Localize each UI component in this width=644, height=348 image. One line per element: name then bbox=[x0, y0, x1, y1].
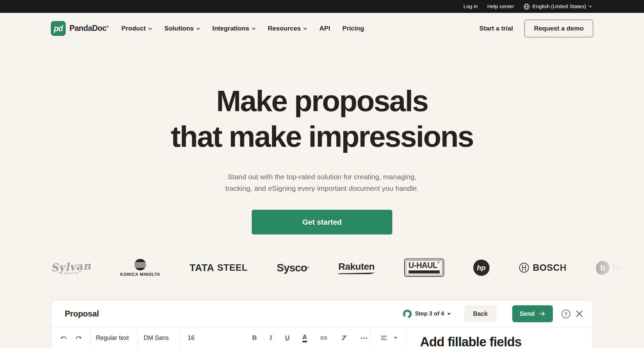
rakuten-swoosh bbox=[338, 272, 375, 274]
help-center-link[interactable]: Help center bbox=[487, 3, 514, 9]
bonusly-mark: b bbox=[595, 260, 610, 275]
redo-icon bbox=[75, 334, 82, 341]
logo-rakuten: Rakuten bbox=[338, 261, 375, 274]
underline-button[interactable]: U bbox=[283, 332, 292, 344]
close-button[interactable] bbox=[576, 310, 583, 318]
text-align-button[interactable] bbox=[378, 333, 390, 343]
nav-menu: Product Solutions Integrations Resources… bbox=[122, 25, 364, 32]
color-swatch-bar bbox=[303, 341, 307, 342]
step-indicator[interactable]: Step 3 of 4 bbox=[403, 309, 451, 319]
close-icon bbox=[576, 310, 583, 318]
nav-item-solutions[interactable]: Solutions bbox=[164, 25, 200, 32]
document-editor-card: Proposal Step 3 of 4 Back Send ? bbox=[51, 300, 593, 348]
globe-icon bbox=[523, 3, 530, 10]
help-center-label: Help center bbox=[487, 3, 514, 9]
italic-button[interactable]: I bbox=[268, 332, 274, 344]
logo-bonusly: b bonus bbox=[596, 261, 640, 274]
pandadoc-logo-icon: pd bbox=[51, 21, 66, 36]
logo-tata-steel: TATA STEEL bbox=[189, 262, 247, 273]
logo-konica-minolta: KONICA MINOLTA bbox=[120, 259, 161, 277]
hero-title: Make proposals that make impressions bbox=[0, 83, 644, 154]
undo-icon bbox=[60, 334, 67, 341]
hero-subtitle: Stand out with the top-rated solution fo… bbox=[0, 171, 644, 194]
uhaul-bar bbox=[409, 270, 440, 273]
login-label: Log in bbox=[463, 3, 478, 9]
help-button[interactable]: ? bbox=[561, 309, 571, 319]
document-title: Proposal bbox=[65, 309, 99, 319]
editor-body: Regular text DM Sans 16 B I U A bbox=[51, 328, 593, 348]
fillable-fields-panel: Add fillable fields bbox=[406, 328, 593, 348]
brand-name: PandaDoc® bbox=[69, 24, 109, 33]
chevron-down-icon bbox=[394, 336, 397, 339]
logo-hp: hp bbox=[473, 260, 490, 276]
svg-text:?: ? bbox=[564, 311, 567, 316]
nav-item-pricing[interactable]: Pricing bbox=[342, 25, 364, 32]
paragraph-style-select[interactable]: Regular text bbox=[90, 334, 138, 342]
chevron-down-icon bbox=[588, 5, 592, 8]
hero-title-line2: that make impressions bbox=[0, 119, 644, 155]
hero-section: Make proposals that make impressions Sta… bbox=[0, 83, 644, 234]
link-icon bbox=[320, 334, 328, 341]
registered-mark: ® bbox=[106, 25, 108, 28]
chevron-down-icon bbox=[148, 27, 152, 30]
chevron-down-icon bbox=[447, 313, 451, 315]
get-started-button[interactable]: Get started bbox=[252, 210, 392, 234]
nav-actions: Start a trial Request a demo bbox=[479, 20, 593, 37]
font-family-select[interactable]: DM Sans bbox=[138, 334, 180, 342]
bosch-armature-icon bbox=[519, 262, 529, 273]
progress-ring-icon bbox=[403, 309, 412, 319]
chevron-down-icon bbox=[303, 27, 307, 30]
request-demo-button[interactable]: Request a demo bbox=[524, 20, 593, 37]
toolbar-divider bbox=[370, 328, 370, 348]
more-options-button[interactable]: ••• bbox=[358, 333, 370, 343]
align-dropdown-button[interactable] bbox=[392, 334, 399, 341]
redo-button[interactable] bbox=[73, 332, 84, 343]
logo-mark-text: pd bbox=[54, 24, 63, 33]
question-circle-icon: ? bbox=[561, 309, 571, 319]
clear-formatting-button[interactable] bbox=[338, 332, 350, 343]
konica-globe-icon bbox=[134, 259, 146, 271]
formatting-toolbar: Regular text DM Sans 16 B I U A bbox=[51, 328, 406, 348]
panel-title: Add fillable fields bbox=[420, 335, 593, 348]
nav-item-api[interactable]: API bbox=[319, 25, 330, 32]
align-left-icon bbox=[380, 335, 388, 341]
undo-button[interactable] bbox=[58, 332, 69, 343]
customer-logos-carousel: Sylvan Learning™ KONICA MINOLTA TATA STE… bbox=[0, 251, 644, 284]
nav-item-product[interactable]: Product bbox=[122, 25, 152, 32]
arrow-right-icon bbox=[539, 311, 545, 316]
language-selector[interactable]: English (United States) bbox=[523, 3, 592, 10]
text-color-button[interactable]: A bbox=[300, 332, 309, 344]
chevron-down-icon bbox=[252, 27, 256, 30]
utility-bar: Log in Help center English (United State… bbox=[0, 0, 644, 13]
hero-title-line1: Make proposals bbox=[0, 83, 644, 119]
editor-header: Proposal Step 3 of 4 Back Send ? bbox=[51, 300, 593, 328]
start-trial-link[interactable]: Start a trial bbox=[479, 25, 513, 32]
font-size-select[interactable]: 16 bbox=[181, 334, 206, 342]
main-nav: pd PandaDoc® Product Solutions Integrati… bbox=[0, 13, 644, 44]
insert-link-button[interactable] bbox=[318, 332, 330, 343]
logo-bosch: BOSCH bbox=[519, 262, 567, 273]
clear-format-icon bbox=[340, 334, 348, 341]
bold-button[interactable]: B bbox=[250, 332, 259, 344]
chevron-down-icon bbox=[196, 27, 200, 30]
language-label: English (United States) bbox=[532, 3, 586, 9]
logo-sysco: Sysco ® bbox=[277, 262, 309, 274]
logo-uhaul: U-HAUL® bbox=[404, 259, 444, 277]
pandadoc-logo[interactable]: pd PandaDoc® bbox=[51, 21, 109, 36]
logo-sylvan-learning: Sylvan Learning™ bbox=[50, 260, 91, 276]
send-button[interactable]: Send bbox=[512, 305, 553, 322]
nav-item-resources[interactable]: Resources bbox=[268, 25, 307, 32]
nav-item-integrations[interactable]: Integrations bbox=[212, 25, 256, 32]
back-button[interactable]: Back bbox=[464, 305, 497, 322]
login-link[interactable]: Log in bbox=[463, 3, 478, 9]
